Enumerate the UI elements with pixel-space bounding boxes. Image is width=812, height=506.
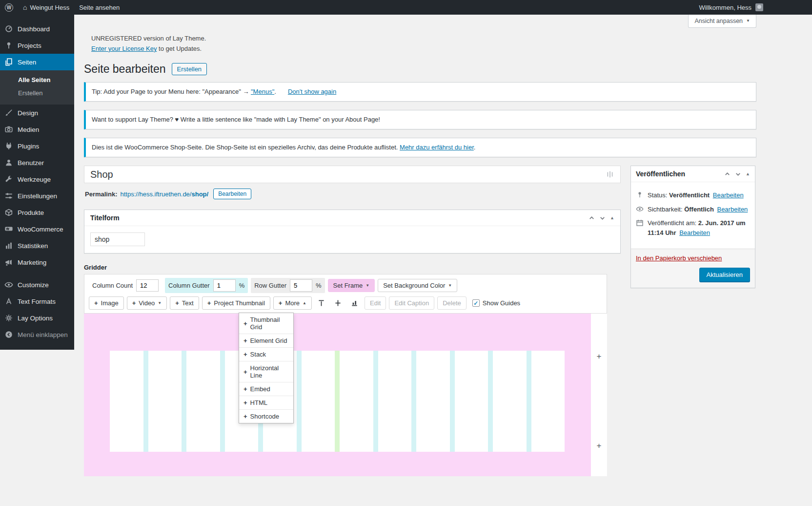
view-page-link[interactable]: Seite ansehen [74, 0, 124, 15]
title-layout-icon[interactable] [606, 170, 614, 179]
toggle-panel-icon[interactable]: ▲ [610, 215, 614, 220]
menu-item-label: Horizontal Line [250, 364, 289, 379]
edit-visibility-link[interactable]: Bearbeiten [717, 206, 748, 213]
sidebar-item-label: Plugins [18, 143, 39, 150]
sidebar-item-seiten[interactable]: Seiten [0, 54, 74, 70]
move-down-icon[interactable] [599, 215, 606, 221]
add-project-thumbnail-button[interactable]: + Project Thumbnail [202, 296, 270, 310]
editor-side-column: Veröffentlichen ▲ Status: Veröffe [630, 166, 755, 476]
wordpress-menu[interactable]: W [0, 0, 18, 15]
license-key-link[interactable]: Enter your License Key [91, 45, 157, 52]
sidebar-item-projects[interactable]: Projects [0, 37, 74, 54]
visibility-label: Sichtbarkeit: [648, 206, 683, 213]
add-more-button[interactable]: + More ▲ [273, 296, 312, 310]
show-guides-control[interactable]: ✓ Show Guides [472, 299, 520, 307]
menu-item-stack[interactable]: +Stack [239, 348, 293, 361]
edit-status-link[interactable]: Bearbeiten [713, 191, 744, 199]
sidebar-item-text-formats[interactable]: Text Formats [0, 293, 74, 310]
toggle-panel-icon[interactable]: ▲ [746, 171, 750, 176]
add-image-button[interactable]: + Image [89, 296, 124, 310]
menu-item-shortcode[interactable]: +Shortcode [239, 410, 293, 423]
page-title-input-box[interactable]: Shop [84, 166, 621, 183]
move-to-trash-link[interactable]: In den Papierkorb verschieben [636, 254, 722, 262]
grid-column[interactable] [455, 351, 488, 452]
gridder-label: Gridder [84, 264, 621, 271]
sidebar-item-label: Design [18, 109, 38, 117]
plus-icon: + [244, 413, 247, 420]
set-background-color-button[interactable]: Set Background Color ▼ [378, 279, 457, 292]
valign-top-button[interactable] [315, 297, 328, 310]
column-count-input[interactable] [136, 279, 159, 292]
permalink-link[interactable]: https://hess.iftruethen.de/shop/ [120, 190, 208, 198]
dismiss-tip-link[interactable]: Don't show again [288, 88, 336, 95]
plus-icon: + [244, 385, 247, 393]
sidebar-item-marketing[interactable]: Marketing [0, 254, 74, 271]
sidebar-item-design[interactable]: Design [0, 105, 74, 121]
add-row-button[interactable]: + [591, 441, 607, 451]
submenu-item-erstellen[interactable]: Erstellen [0, 86, 74, 100]
valign-middle-button[interactable] [331, 297, 345, 310]
add-video-label: Video [139, 299, 155, 307]
edit-date-link[interactable]: Bearbeiten [679, 229, 710, 236]
update-button[interactable]: Aktualisieren [699, 268, 750, 282]
grid-column[interactable] [378, 351, 412, 452]
menu-item-html[interactable]: +HTML [239, 396, 293, 410]
delete-button[interactable]: Delete [437, 296, 467, 310]
sidebar-item-plugins[interactable]: Plugins [0, 138, 74, 154]
grid-column[interactable] [340, 351, 373, 452]
menu-item-thumbnail-grid[interactable]: +Thumbnail Grid [239, 313, 293, 334]
menu-item-element-grid[interactable]: +Element Grid [239, 334, 293, 348]
menu-item-embed[interactable]: +Embed [239, 382, 293, 396]
menus-link[interactable]: "Menus" [251, 88, 274, 95]
add-row-button[interactable]: + [591, 352, 607, 361]
grid-column[interactable] [302, 351, 335, 452]
column-gutter-input[interactable] [213, 279, 236, 292]
sidebar-item-dashboard[interactable]: Dashboard [0, 21, 74, 37]
publish-header[interactable]: Veröffentlichen ▲ [631, 166, 755, 182]
set-frame-button[interactable]: Set Frame ▼ [328, 279, 375, 292]
valign-bottom-button[interactable] [348, 297, 362, 310]
move-up-icon[interactable] [589, 215, 595, 221]
edit-caption-button[interactable]: Edit Caption [389, 296, 434, 310]
move-up-icon[interactable] [724, 171, 731, 177]
sidebar-item-lay-options[interactable]: Lay Options [0, 310, 74, 326]
add-video-button[interactable]: + Video ▼ [127, 296, 167, 310]
edit-permalink-button[interactable]: Bearbeiten [213, 189, 251, 199]
grid-column[interactable] [186, 351, 220, 452]
sidebar-item-benutzer[interactable]: Benutzer [0, 154, 74, 171]
titelform-header[interactable]: Titelform ▲ [84, 210, 620, 226]
check-icon: ✓ [473, 300, 478, 306]
learn-more-link[interactable]: Mehr dazu erfährst du hier [400, 144, 474, 151]
collapse-arrow-icon [4, 330, 13, 339]
row-gutter-input[interactable] [290, 279, 312, 292]
grid-gutter [527, 351, 531, 452]
collapse-menu-button[interactable]: Menü einklappen [0, 326, 74, 343]
sidebar-item-customize[interactable]: Customize [0, 276, 74, 293]
grid-column[interactable] [416, 351, 450, 452]
grid-column[interactable] [531, 351, 565, 452]
sidebar-item-medien[interactable]: Medien [0, 121, 74, 138]
add-new-page-button[interactable]: Erstellen [172, 63, 207, 75]
sidebar-item-statistiken[interactable]: Statistiken [0, 237, 74, 254]
sidebar-item-einstellungen[interactable]: Einstellungen [0, 188, 74, 204]
titelform-input[interactable] [90, 232, 145, 246]
admin-bar-account[interactable]: Willkommen, Hess [699, 3, 763, 11]
site-name-menu[interactable]: ⌂ Weingut Hess [18, 0, 74, 15]
menu-item-horizontal-line[interactable]: +Horizontal Line [239, 361, 293, 382]
grid-column[interactable] [493, 351, 527, 452]
sidebar-item-label: WooCommerce [18, 226, 63, 233]
sidebar-item-werkzeuge[interactable]: Werkzeuge [0, 171, 74, 188]
grid-column[interactable] [110, 351, 143, 452]
metabox-controls: ▲ [724, 171, 750, 177]
screen-options-button[interactable]: Ansicht anpassen ▼ [688, 15, 756, 28]
edit-button[interactable]: Edit [365, 296, 386, 310]
sidebar-item-produkte[interactable]: Produkte [0, 204, 74, 221]
move-down-icon[interactable] [735, 171, 741, 177]
grid-frame-area[interactable] [84, 314, 591, 476]
show-guides-checkbox[interactable]: ✓ [472, 299, 480, 307]
grid-column[interactable] [148, 351, 182, 452]
add-text-button[interactable]: + Text [170, 296, 199, 310]
sidebar-item-woocommerce[interactable]: WooCommerce [0, 221, 74, 237]
submenu-item-alle-seiten[interactable]: Alle Seiten [0, 73, 74, 86]
brush-icon [4, 108, 13, 117]
